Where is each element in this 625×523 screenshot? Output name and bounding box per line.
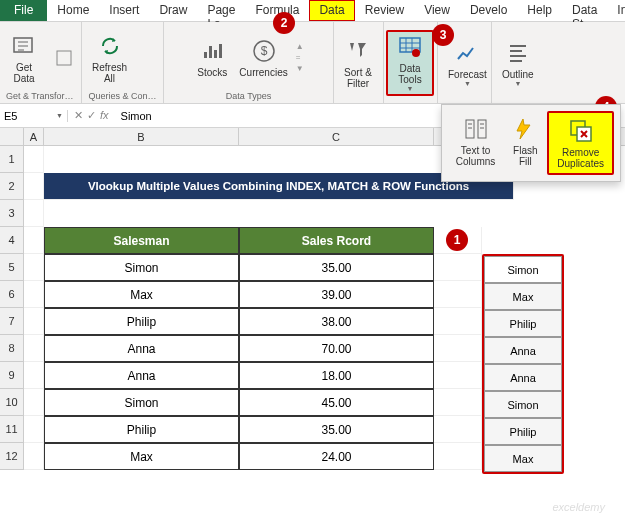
tab-help[interactable]: Help <box>517 0 562 21</box>
row-header[interactable]: 8 <box>0 335 24 362</box>
cell-salesman[interactable]: Anna <box>44 335 239 362</box>
get-data-button[interactable]: Get Data <box>6 30 42 86</box>
badge-1: 1 <box>446 229 468 251</box>
cell-salesman[interactable]: Simon <box>44 389 239 416</box>
fx-icon[interactable]: fx <box>100 109 109 122</box>
table-header-salesman[interactable]: Salesman <box>44 227 239 254</box>
list-item[interactable]: Anna <box>484 337 562 364</box>
watermark: exceldemy <box>552 501 605 513</box>
flash-fill-icon <box>511 115 539 143</box>
sort-filter-button[interactable]: Sort & Filter <box>340 35 376 91</box>
tab-view[interactable]: View <box>414 0 460 21</box>
outline-button[interactable]: Outline ▼ <box>498 37 538 89</box>
table-header-salesrecord[interactable]: Sales Rcord <box>239 227 434 254</box>
cell-salesrecord[interactable]: 39.00 <box>239 281 434 308</box>
data-tools-dropdown: Text to Columns Flash Fill Remove Duplic… <box>441 104 621 182</box>
svg-rect-7 <box>478 120 486 138</box>
outline-icon <box>504 39 532 67</box>
list-item[interactable]: Philip <box>484 310 562 337</box>
stocks-icon <box>198 37 226 65</box>
row-header[interactable]: 3 <box>0 200 24 227</box>
text-to-columns-icon <box>462 115 490 143</box>
flash-fill-button[interactable]: Flash Fill <box>503 111 547 175</box>
list-item[interactable]: Anna <box>484 364 562 391</box>
forecast-icon <box>453 39 481 67</box>
confirm-icon[interactable]: ✓ <box>87 109 96 122</box>
cell-salesrecord[interactable]: 18.00 <box>239 362 434 389</box>
get-data-icon <box>10 32 38 60</box>
cell-salesman[interactable]: Philip <box>44 308 239 335</box>
row-header[interactable]: 6 <box>0 281 24 308</box>
col-header-A[interactable]: A <box>24 128 44 145</box>
tab-home[interactable]: Home <box>47 0 99 21</box>
select-all-corner[interactable] <box>0 128 24 145</box>
row-header[interactable]: 7 <box>0 308 24 335</box>
from-source-icon[interactable] <box>46 42 82 74</box>
cell-salesman[interactable]: Max <box>44 281 239 308</box>
remove-duplicates-button[interactable]: Remove Duplicates <box>547 111 614 175</box>
name-box[interactable]: E5 ▼ <box>0 110 68 122</box>
cell-salesrecord[interactable]: 70.00 <box>239 335 434 362</box>
cell-salesrecord[interactable]: 45.00 <box>239 389 434 416</box>
tab-data[interactable]: Data <box>309 0 354 21</box>
list-item[interactable]: Philip <box>484 418 562 445</box>
cell-salesrecord[interactable]: 35.00 <box>239 416 434 443</box>
tab-insert[interactable]: Insert <box>99 0 149 21</box>
col-header-B[interactable]: B <box>44 128 239 145</box>
chevron-down-icon: ▼ <box>407 85 414 92</box>
list-item[interactable]: Max <box>484 445 562 472</box>
badge-3: 3 <box>432 24 454 46</box>
refresh-all-button[interactable]: Refresh All <box>88 30 131 86</box>
tab-draw[interactable]: Draw <box>149 0 197 21</box>
row-header[interactable]: 2 <box>0 173 24 200</box>
col-header-C[interactable]: C <box>239 128 434 145</box>
cell-salesrecord[interactable]: 24.00 <box>239 443 434 470</box>
cancel-icon[interactable]: ✕ <box>74 109 83 122</box>
tab-developer[interactable]: Develo <box>460 0 517 21</box>
tab-review[interactable]: Review <box>355 0 414 21</box>
remove-duplicates-icon <box>567 117 595 145</box>
cell-salesrecord[interactable]: 35.00 <box>239 254 434 281</box>
cell-salesman[interactable]: Philip <box>44 416 239 443</box>
row-header[interactable]: 10 <box>0 389 24 416</box>
row-header[interactable]: 9 <box>0 362 24 389</box>
cell-salesman[interactable]: Max <box>44 443 239 470</box>
row-header[interactable]: 11 <box>0 416 24 443</box>
tab-inquire[interactable]: Inquire <box>607 0 625 21</box>
tab-pagelayout[interactable]: Page La <box>197 0 245 21</box>
svg-text:$: $ <box>260 44 267 58</box>
list-item[interactable]: Max <box>484 283 562 310</box>
refresh-icon <box>96 32 124 60</box>
cell-salesman[interactable]: Simon <box>44 254 239 281</box>
svg-rect-1 <box>57 51 71 65</box>
ribbon: Get Data Get & Transform D… Refresh All … <box>0 22 625 104</box>
svg-rect-6 <box>466 120 474 138</box>
row-header[interactable]: 4 <box>0 227 24 254</box>
svg-point-5 <box>412 49 420 57</box>
forecast-button[interactable]: Forecast ▼ <box>444 37 491 89</box>
badge-2: 2 <box>273 12 295 34</box>
data-tools-button[interactable]: Data Tools ▼ <box>386 30 434 96</box>
row-header[interactable]: 1 <box>0 146 24 173</box>
stocks-button[interactable]: Stocks <box>193 35 231 80</box>
row-header[interactable]: 5 <box>0 254 24 281</box>
tab-datastreamer[interactable]: Data St <box>562 0 607 21</box>
cell-salesrecord[interactable]: 38.00 <box>239 308 434 335</box>
cell-salesman[interactable]: Anna <box>44 362 239 389</box>
currencies-icon: $ <box>250 37 278 65</box>
row-header[interactable]: 12 <box>0 443 24 470</box>
menu-bar: File Home Insert Draw Page La Formula Da… <box>0 0 625 22</box>
text-to-columns-button[interactable]: Text to Columns <box>448 111 503 175</box>
unique-list: SimonMaxPhilipAnnaAnnaSimonPhilipMax <box>482 254 564 474</box>
sort-filter-icon <box>344 37 372 65</box>
list-item[interactable]: Simon <box>484 256 562 283</box>
currencies-button[interactable]: $ Currencies <box>235 35 291 80</box>
list-item[interactable]: Simon <box>484 391 562 418</box>
file-tab[interactable]: File <box>0 0 47 21</box>
data-tools-icon <box>396 34 424 61</box>
